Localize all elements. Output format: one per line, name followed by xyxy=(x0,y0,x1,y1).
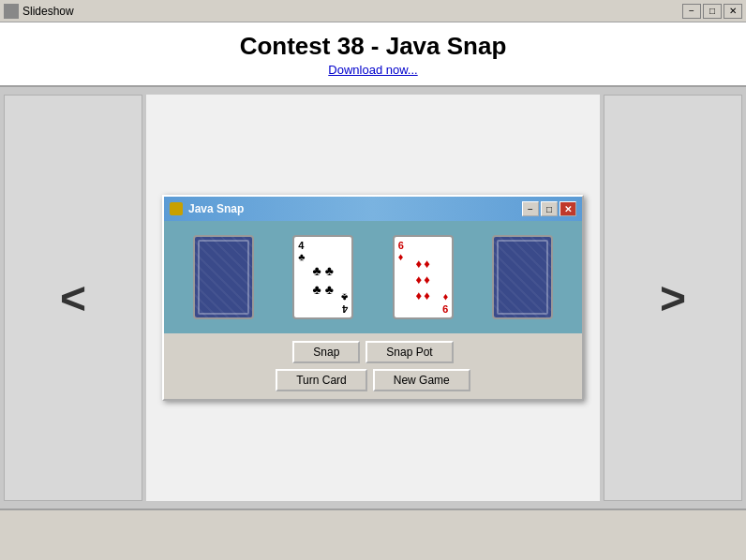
snap-title-bar: Java Snap − □ ✕ xyxy=(164,197,582,221)
card-back-pattern xyxy=(198,240,249,315)
close-button[interactable]: ✕ xyxy=(724,4,742,19)
snap-window-controls: − □ ✕ xyxy=(522,201,576,216)
snap-app-icon xyxy=(170,202,183,215)
snap-button[interactable]: Snap xyxy=(292,341,360,363)
card-area: 4♣ ♣ ♣ ♣ ♣ 4♣ 6♦ ♦ ♦ ♦ xyxy=(164,221,582,333)
snap-window-title: Java Snap xyxy=(188,202,522,215)
diamond-pip: ♦ xyxy=(424,257,430,271)
diamond-pip: ♦ xyxy=(416,288,423,302)
player2-card xyxy=(492,235,553,319)
diamond-pip: ♦ xyxy=(416,257,423,271)
snap-close-button[interactable]: ✕ xyxy=(560,201,576,216)
card-rank-br: 9♦ xyxy=(442,292,448,315)
status-bar xyxy=(0,508,746,537)
prev-panel[interactable]: < xyxy=(4,95,142,501)
club-pip: ♣ xyxy=(325,263,334,278)
new-game-button[interactable]: New Game xyxy=(373,369,470,391)
diamond-pip: ♦ xyxy=(424,288,430,302)
club-pip: ♣ xyxy=(325,282,334,297)
center-card-right: 6♦ ♦ ♦ ♦ ♦ ♦ ♦ 9♦ xyxy=(393,235,454,319)
button-row-1: Snap Snap Pot xyxy=(173,341,573,363)
minimize-button[interactable]: − xyxy=(682,4,701,19)
turn-card-button[interactable]: Turn Card xyxy=(276,369,367,391)
main-area: < Java Snap − □ ✕ xyxy=(0,87,746,508)
app-title-bar: Slideshow − □ ✕ xyxy=(0,0,746,22)
app-icon xyxy=(4,4,19,19)
card-back-pattern xyxy=(497,240,548,315)
next-panel[interactable]: > xyxy=(604,95,742,501)
card-pips: ♦ ♦ ♦ ♦ ♦ ♦ xyxy=(410,247,436,308)
club-pip: ♣ xyxy=(313,282,321,297)
app-title: Slideshow xyxy=(22,5,682,18)
snap-pot-button[interactable]: Snap Pot xyxy=(366,341,453,363)
card-rank-br: 4♣ xyxy=(341,292,348,315)
diamond-pip: ♦ xyxy=(424,273,430,287)
diamond-pip: ♦ xyxy=(416,273,423,287)
download-link[interactable]: Download now... xyxy=(328,63,417,77)
next-button[interactable]: > xyxy=(660,273,686,324)
snap-minimize-button[interactable]: − xyxy=(522,201,539,216)
title-bar-controls: − □ ✕ xyxy=(682,4,742,19)
snap-window: Java Snap − □ ✕ 4♣ ♣ ♣ xyxy=(162,195,584,401)
button-row-2: Turn Card New Game xyxy=(173,369,573,391)
prev-button[interactable]: < xyxy=(60,273,86,324)
center-content: Java Snap − □ ✕ 4♣ ♣ ♣ xyxy=(146,95,600,501)
card-rank-tl: 6♦ xyxy=(398,240,404,262)
snap-maximize-button[interactable]: □ xyxy=(541,201,558,216)
page-header: Contest 38 - Java Snap Download now... xyxy=(0,22,746,87)
club-pip: ♣ xyxy=(313,263,321,278)
maximize-button[interactable]: □ xyxy=(703,4,722,19)
player1-card xyxy=(193,235,254,319)
snap-buttons-panel: Snap Snap Pot Turn Card New Game xyxy=(164,333,582,399)
card-rank-tl: 4♣ xyxy=(298,240,305,262)
page-title: Contest 38 - Java Snap xyxy=(0,32,746,61)
center-card-left: 4♣ ♣ ♣ ♣ ♣ 4♣ xyxy=(292,235,353,319)
card-pips: ♣ ♣ ♣ ♣ xyxy=(307,252,339,302)
